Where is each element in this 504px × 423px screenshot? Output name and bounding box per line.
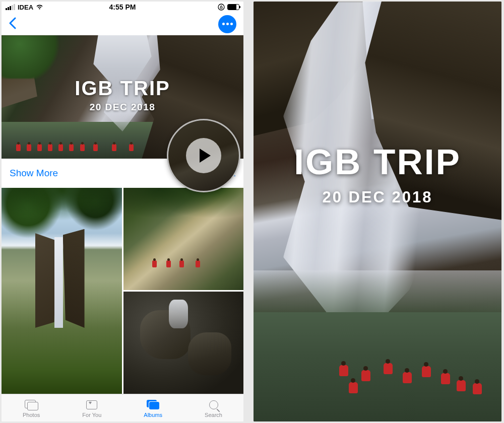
people-in-water [16, 143, 149, 151]
photo-thumbnail[interactable] [2, 188, 122, 394]
memory-title-overlay: IGB TRIP 20 DEC 2018 [254, 141, 501, 206]
for-you-icon [86, 400, 97, 409]
tab-for-you[interactable]: For You [82, 399, 101, 418]
photos-icon [25, 400, 38, 410]
chevron-left-icon [9, 17, 17, 29]
memory-title-block: IGB TRIP 20 DEC 2018 [2, 77, 243, 112]
photo-thumbnail[interactable] [123, 188, 244, 290]
photo-grid [2, 188, 243, 394]
status-right [161, 4, 239, 11]
play-icon [186, 138, 221, 173]
more-options-button[interactable] [218, 15, 236, 33]
memory-title-large: IGB TRIP [254, 141, 501, 182]
ellipsis-icon [222, 23, 225, 25]
memory-date: 20 DEC 2018 [2, 101, 243, 112]
status-bar: IDEA 4:55 PM [2, 2, 243, 13]
tab-search[interactable]: Search [205, 399, 222, 418]
search-icon [209, 400, 218, 409]
carrier-label: IDEA [18, 4, 33, 11]
tab-label: For You [82, 412, 101, 418]
battery-icon [227, 4, 239, 10]
orientation-lock-icon [218, 4, 225, 11]
back-button[interactable] [9, 17, 17, 32]
tab-albums[interactable]: Albums [144, 399, 162, 418]
status-left: IDEA [6, 4, 84, 11]
show-more-button[interactable]: Show More [10, 168, 58, 179]
memory-date-large: 20 DEC 2018 [254, 188, 501, 206]
tab-label: Photos [23, 412, 40, 418]
play-memory-button-callout[interactable] [167, 119, 240, 192]
albums-icon [147, 400, 160, 410]
photo-thumbnail[interactable] [123, 292, 244, 394]
navigation-bar [2, 13, 243, 35]
tab-bar: Photos For You Albums Search [2, 394, 243, 421]
tab-label: Search [205, 412, 222, 418]
photos-app-album-view: IDEA 4:55 PM [2, 2, 243, 421]
memory-playback-fullscreen[interactable]: IGB TRIP 20 DEC 2018 [254, 2, 501, 421]
wifi-icon [36, 4, 43, 10]
clock: 4:55 PM [84, 3, 162, 11]
tab-label: Albums [144, 412, 162, 418]
signal-icon [6, 5, 15, 10]
swimmers [333, 366, 491, 396]
memory-title: IGB TRIP [2, 77, 243, 99]
tab-photos[interactable]: Photos [23, 399, 40, 418]
